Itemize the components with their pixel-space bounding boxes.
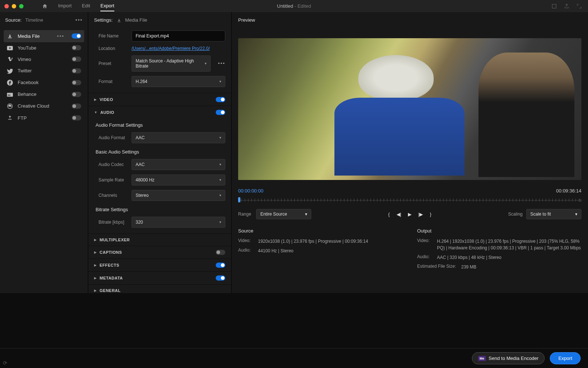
send-to-encoder-button[interactable]: MeSend to Media Encoder [472,352,545,364]
range-select[interactable]: Entire Source▾ [256,209,311,219]
dest-behance[interactable]: Bē Behance ••• [4,89,84,100]
chevron-down-icon: ▾ [219,178,221,182]
scaling-select[interactable]: Scale to fit▾ [526,209,581,219]
dest-media-file[interactable]: Media File ••• [4,30,84,42]
section-audio[interactable]: ▼ AUDIO [88,106,231,119]
dest-vimeo[interactable]: Vimeo ••• [4,54,84,65]
dest-twitter[interactable]: Twitter ••• [4,65,84,77]
source-info: Source Video:1920x1038 (1.0) | 23.976 fp… [238,228,402,273]
video-toggle[interactable] [216,97,225,102]
source-row: Source: Timeline ••• [0,12,88,28]
playback-controls: { ◀| ▶ |▶ } [388,212,431,217]
format-select[interactable]: H.264▾ [132,76,225,87]
quick-export-icon[interactable] [551,3,557,9]
caret-right-icon: ▶ [94,289,97,292]
dest-toggle[interactable] [72,68,81,73]
dest-toggle[interactable] [72,104,81,109]
dest-label: Vimeo [18,57,31,62]
tab-export[interactable]: Export [100,1,114,11]
sync-icon[interactable]: ⟳ [3,360,7,366]
section-multiplexer[interactable]: ▶ MULTIPLEXER [88,234,231,246]
scrubber[interactable] [238,197,581,204]
sample-rate-select[interactable]: 48000 Hz▾ [132,174,225,185]
out-point-icon[interactable] [579,199,581,202]
section-general[interactable]: ▶ GENERAL [88,284,231,293]
dest-toggle[interactable] [72,33,81,39]
format-label: Format [98,79,127,84]
mark-out-icon[interactable]: } [430,212,431,217]
chevron-down-icon: ▾ [575,212,577,217]
dest-toggle[interactable] [72,92,81,97]
media-encoder-icon: Me [478,356,486,361]
effects-toggle[interactable] [216,263,225,268]
filename-input[interactable] [132,30,225,42]
preview-monitor[interactable] [238,38,581,180]
channels-select[interactable]: Stereo▾ [132,190,225,201]
share-icon[interactable] [564,3,570,9]
svg-rect-0 [552,4,556,8]
destination-list: Media File ••• YouTube ••• Vimeo ••• Twi… [0,28,88,126]
export-button[interactable]: Export [550,352,581,364]
playhead[interactable] [238,197,240,202]
audio-codec-select[interactable]: AAC▾ [132,159,225,170]
caret-right-icon: ▶ [94,263,97,267]
source-more-icon[interactable]: ••• [75,17,83,23]
sample-rate-label: Sample Rate [98,177,127,183]
preset-select[interactable]: Match Source - Adaptive High Bitrate▾ [132,55,211,72]
dest-facebook[interactable]: Facebook ••• [4,77,84,89]
settings-label: Settings: [94,17,113,23]
scaling-label: Scaling [508,212,523,217]
caret-right-icon: ▶ [94,276,97,280]
dest-more-icon[interactable]: ••• [57,33,64,39]
chevron-down-icon: ▾ [219,162,221,166]
timecode-current[interactable]: 00:00:00:00 [238,188,263,194]
dest-creative-cloud[interactable]: Creative Cloud ••• [4,100,84,112]
caret-right-icon: ▶ [94,250,97,254]
section-effects[interactable]: ▶ EFFECTS [88,259,231,271]
window-title: Untitled - Edited [277,3,311,9]
timecode-duration: 00:09:36:14 [556,188,581,194]
location-link[interactable]: /Users/...ents/Adobe/Premiere Pro/22.0/ [132,46,210,51]
chevron-down-icon: ▾ [205,61,207,65]
footer: MeSend to Media Encoder Export [0,348,588,368]
audio-format-select[interactable]: AAC▾ [132,132,225,143]
dest-label: Behance [18,91,36,97]
section-video[interactable]: ▶ VIDEO [88,93,231,106]
mark-in-icon[interactable]: { [388,212,390,217]
vimeo-icon [7,57,13,62]
fullscreen-icon[interactable] [576,3,582,9]
preset-more-icon[interactable]: ••• [218,61,225,66]
dest-label: YouTube [18,45,36,51]
dest-toggle[interactable] [72,45,81,50]
section-captions[interactable]: ▶ CAPTIONS [88,246,231,259]
settings-header: Settings: Media File [88,12,231,28]
workspace-tabs: Import Edit Export [58,1,114,11]
audio-toggle[interactable] [216,110,225,115]
dest-ftp[interactable]: FTP ••• [4,112,84,124]
metadata-toggle[interactable] [216,275,225,281]
tab-import[interactable]: Import [58,1,72,11]
caret-down-icon: ▼ [94,111,97,114]
audio-codec-label: Audio Codec [98,162,127,167]
dest-toggle[interactable] [72,57,81,62]
source-label: Source: [5,17,22,23]
window-controls[interactable] [4,4,24,8]
step-back-icon[interactable]: ◀| [397,212,401,217]
doc-edited: - Edited [294,3,311,9]
home-icon[interactable] [42,3,48,9]
tab-edit[interactable]: Edit [82,1,90,11]
behance-icon: Bē [7,91,13,97]
dest-youtube[interactable]: YouTube ••• [4,42,84,54]
step-forward-icon[interactable]: |▶ [418,212,423,217]
doc-title: Untitled [277,3,293,9]
captions-toggle[interactable] [216,250,225,255]
dest-toggle[interactable] [72,80,81,85]
play-icon[interactable]: ▶ [408,212,412,217]
bitrate-select[interactable]: 320▾ [132,217,225,228]
source-value[interactable]: Timeline [25,17,43,23]
preview-label: Preview [232,12,588,28]
youtube-icon [7,45,13,51]
source-audio-info: 44100 Hz | Stereo [258,248,402,254]
dest-toggle[interactable] [72,115,81,120]
section-metadata[interactable]: ▶ METADATA [88,271,231,284]
